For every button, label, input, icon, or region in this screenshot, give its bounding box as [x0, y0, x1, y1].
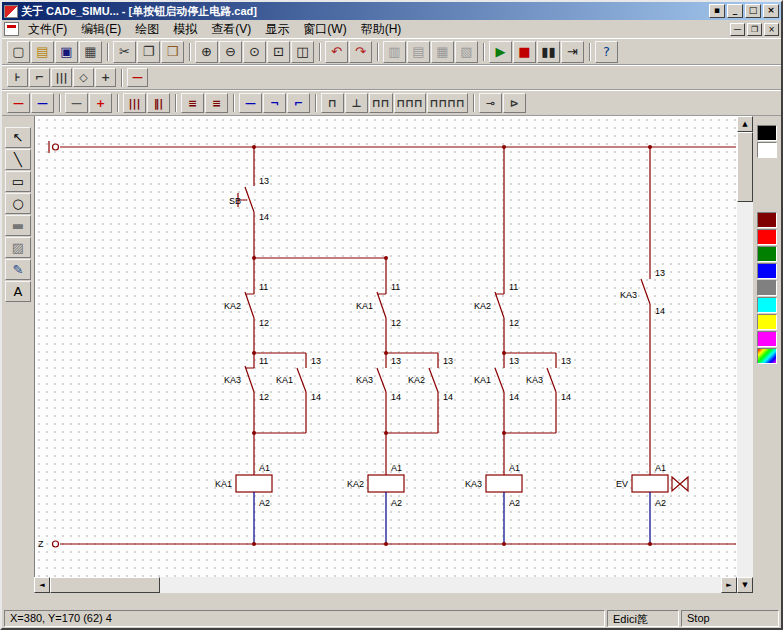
menu-display[interactable]: 显示 — [258, 20, 296, 39]
library-contacts-button[interactable]: ||| — [51, 68, 72, 87]
symbol-contact-no-button[interactable]: ¬ — [263, 93, 286, 113]
library-power-button[interactable]: ⌐ — [29, 68, 50, 87]
color-swatch-magenta[interactable] — [757, 331, 777, 347]
mdi-minimize-button[interactable]: — — [730, 23, 745, 36]
contact-ka3-b4[interactable]: 13 KA3 14 — [620, 147, 665, 475]
menu-window[interactable]: 窗口(W) — [296, 20, 353, 39]
disabled-tool-3-button[interactable]: ▦ — [431, 41, 454, 63]
symbol-pole3-button[interactable]: ⊓⊓⊓ — [394, 93, 426, 113]
symbol-contact-bank2-button[interactable]: ‖| — [147, 93, 170, 113]
symbol-pole1-button[interactable]: ⊓ — [321, 93, 344, 113]
rectangle-tool-button[interactable]: ▭ — [5, 171, 31, 192]
symbol-bus-bars2-button[interactable]: ≡ — [205, 93, 228, 113]
schematic-canvas[interactable]: Z 13 SB 14 11 KA2 12 — [34, 116, 737, 577]
menu-simulate[interactable]: 模拟 — [166, 20, 204, 39]
horizontal-scrollbar[interactable]: ◄ ► — [34, 577, 737, 593]
zoom-window-button[interactable]: ⊙ — [243, 41, 266, 63]
symbol-contact-bank3-button[interactable]: ||| — [123, 93, 146, 113]
symbol-contact-nc-button[interactable]: ⌐ — [287, 93, 310, 113]
color-swatch-green[interactable] — [757, 246, 777, 262]
menu-view[interactable]: 查看(V) — [204, 20, 258, 39]
print-preview-button[interactable]: ◫ — [291, 41, 314, 63]
symbol-pole4-button[interactable]: ⊓⊓⊓⊓ — [427, 93, 468, 113]
symbol-terminal-button[interactable]: ⊸ — [479, 93, 502, 113]
coil-ka1[interactable]: A1 KA1 A2 — [215, 463, 272, 544]
simulate-stop-button[interactable]: ■ — [513, 41, 536, 63]
component-sb-pushbutton[interactable]: 13 SB 14 — [229, 147, 269, 294]
vertical-scrollbar[interactable]: ▲ ▼ — [737, 116, 753, 593]
undo-button[interactable]: ↶ — [325, 41, 348, 63]
scroll-right-arrow[interactable]: ► — [721, 577, 737, 593]
paste-button[interactable]: ❒ — [161, 41, 184, 63]
wire-draw-button[interactable]: — — [127, 68, 148, 87]
parallel-contacts-b1[interactable]: 11 KA3 12 13 KA1 14 — [224, 353, 321, 475]
simulate-play-button[interactable]: ▶ — [489, 41, 512, 63]
print-button[interactable]: ▦ — [79, 41, 102, 63]
contact-ka2-b1[interactable]: 11 KA2 12 — [224, 282, 269, 353]
symbol-bus-bars-button[interactable]: ≡ — [181, 93, 204, 113]
scroll-left-arrow[interactable]: ◄ — [34, 577, 50, 593]
parallel-contacts-b2[interactable]: 13 KA3 14 13 KA2 14 — [356, 353, 453, 475]
simulate-pause-button[interactable]: ▮▮ — [537, 41, 560, 63]
open-button[interactable]: ▤ — [31, 41, 54, 63]
zoom-out-button[interactable]: ⊖ — [219, 41, 242, 63]
symbol-wire-gray-button[interactable]: — — [65, 93, 88, 113]
simulate-step-button[interactable]: ⇥ — [561, 41, 584, 63]
disabled-tool-2-button[interactable]: ▤ — [407, 41, 430, 63]
contact-ka1-b2[interactable]: 11 KA1 12 — [356, 258, 401, 353]
mdi-restore-button[interactable]: ❐ — [747, 23, 762, 36]
color-swatch-maroon[interactable] — [757, 212, 777, 228]
power-rail-top[interactable] — [49, 141, 736, 153]
menu-file[interactable]: 文件(F) — [21, 20, 74, 39]
new-button[interactable]: ▢ — [7, 41, 30, 63]
help-button[interactable]: ? — [595, 41, 618, 63]
symbol-wire-blue2-button[interactable]: — — [239, 93, 262, 113]
color-swatch-yellow[interactable] — [757, 314, 777, 330]
color-swatch-white[interactable] — [757, 142, 777, 158]
save-button[interactable]: ▣ — [55, 41, 78, 63]
disabled-tool-4-button[interactable]: ▧ — [455, 41, 478, 63]
symbol-wire-blue-button[interactable]: — — [31, 93, 54, 113]
color-swatch-blue[interactable] — [757, 263, 777, 279]
select-tool-button[interactable]: ↖ — [5, 127, 31, 148]
zoom-extents-button[interactable]: ⊡ — [267, 41, 290, 63]
minimize-button[interactable]: _ — [727, 4, 743, 18]
disabled-tool-1-button[interactable]: ▥ — [383, 41, 406, 63]
line-tool-button[interactable]: ╲ — [5, 149, 31, 170]
library-lines-button[interactable]: ⊦ — [7, 68, 28, 87]
library-blocks-button[interactable]: ◇ — [73, 68, 94, 87]
color-swatch-red[interactable] — [757, 229, 777, 245]
filled-rect-tool-button[interactable]: ▬ — [5, 215, 31, 236]
redo-button[interactable]: ↷ — [349, 41, 372, 63]
parallel-contacts-b3[interactable]: 13 KA1 14 13 KA3 14 — [474, 353, 571, 475]
color-swatch-custom[interactable] — [757, 348, 777, 364]
mdi-close-button[interactable]: × — [764, 23, 779, 36]
coil-ka3[interactable]: A1 KA3 A2 — [465, 463, 522, 544]
symbol-pole2-button[interactable]: ⊓⊓ — [369, 93, 393, 113]
symbol-junction-button[interactable]: + — [89, 93, 112, 113]
symbol-wire-red-button[interactable]: — — [7, 93, 30, 113]
color-swatch-cyan[interactable] — [757, 297, 777, 313]
symbol-diode-button[interactable]: ⊳ — [503, 93, 526, 113]
window-extra-button[interactable]: ▪ — [709, 4, 725, 18]
copy-button[interactable]: ❐ — [137, 41, 160, 63]
maximize-button[interactable]: □ — [745, 4, 761, 18]
menu-help[interactable]: 帮助(H) — [354, 20, 409, 39]
title-bar[interactable]: 关于 CADe_SIMU... - [单按钮启动停止电路.cad] ▪ _ □ … — [2, 2, 781, 20]
pencil-tool-button[interactable]: ✎ — [5, 259, 31, 280]
fill-tool-button[interactable]: ▨ — [5, 237, 31, 258]
color-swatch-gray[interactable] — [757, 280, 777, 296]
contact-ka2-b3[interactable]: 11 KA2 12 — [474, 147, 519, 353]
scroll-up-arrow[interactable]: ▲ — [737, 116, 753, 132]
schematic-svg[interactable]: Z 13 SB 14 11 KA2 12 — [35, 116, 738, 577]
scroll-down-arrow[interactable]: ▼ — [737, 577, 753, 593]
text-tool-button[interactable]: A — [5, 281, 31, 302]
color-swatch-black[interactable] — [757, 125, 777, 141]
symbol-pole-t-button[interactable]: ⊥ — [345, 93, 368, 113]
zoom-in-button[interactable]: ⊕ — [195, 41, 218, 63]
horizontal-scroll-thumb[interactable] — [50, 577, 160, 593]
menu-edit[interactable]: 编辑(E) — [74, 20, 128, 39]
menu-draw[interactable]: 绘图 — [128, 20, 166, 39]
coil-ka2[interactable]: A1 KA2 A2 — [347, 463, 404, 544]
ellipse-tool-button[interactable]: ○ — [5, 193, 31, 214]
